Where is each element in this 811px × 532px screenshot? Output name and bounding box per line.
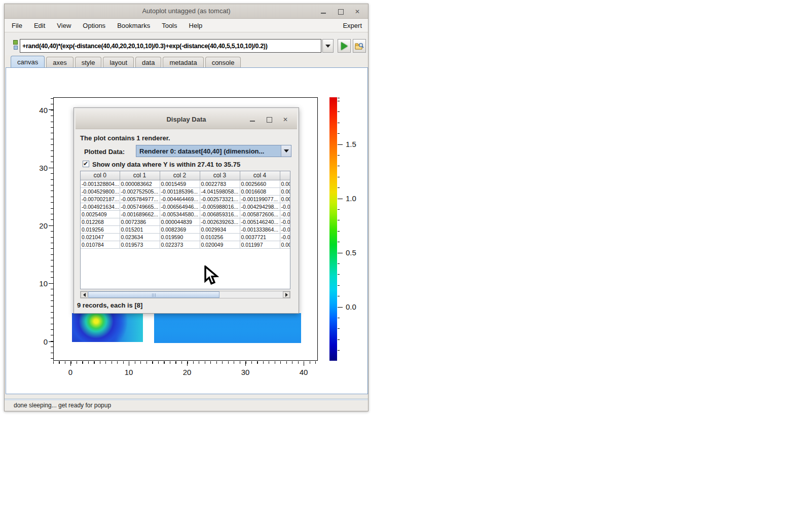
column-header[interactable]: col 0 xyxy=(81,171,120,180)
table-cell[interactable]: -4.041598058... xyxy=(200,187,240,195)
tab-layout[interactable]: layout xyxy=(103,57,134,67)
table-cell[interactable]: 0.0072386 xyxy=(120,218,160,225)
table-cell[interactable]: -0.001333864... xyxy=(240,225,280,233)
dialog-close-icon[interactable] xyxy=(283,117,289,123)
menu-tools[interactable]: Tools xyxy=(162,22,177,29)
tab-console[interactable]: console xyxy=(205,57,241,67)
menu-options[interactable]: Options xyxy=(83,22,105,29)
plot-go-button[interactable] xyxy=(338,39,351,53)
chevron-down-icon xyxy=(325,45,330,48)
menu-bookmarks[interactable]: Bookmarks xyxy=(117,22,150,29)
table-cell[interactable]: -0.001199077... xyxy=(240,195,280,203)
table-cell[interactable]: -0.004921634... xyxy=(81,203,120,210)
table-cell[interactable]: 0.010784 xyxy=(81,241,120,248)
table-cell[interactable]: -0.005988016... xyxy=(200,203,240,210)
dialog-maximize-icon[interactable] xyxy=(266,117,272,123)
table-cell[interactable]: 0.0015459 xyxy=(160,180,200,187)
menu-view[interactable]: View xyxy=(57,22,71,29)
plotted-data-combobox[interactable]: Renderer 0: dataset[40,40] (dimension... xyxy=(136,145,291,157)
column-header[interactable]: col 4 xyxy=(240,171,280,180)
x-axis-tick xyxy=(70,361,71,366)
table-cell[interactable]: -0.0 xyxy=(280,225,290,233)
data-table-viewport[interactable]: col 0 col 1 col 2 col 3 col 4 col 5 -0.0… xyxy=(80,171,290,289)
table-cell[interactable]: -0.005872606... xyxy=(240,210,280,218)
table-cell[interactable]: -0.0 xyxy=(280,218,290,225)
table-cell[interactable]: -0.0 xyxy=(280,203,290,210)
dialog-minimize-icon[interactable] xyxy=(249,117,255,123)
close-icon[interactable] xyxy=(355,9,361,15)
table-cell[interactable]: 0.012268 xyxy=(81,218,120,225)
table-cell[interactable]: 0.0037721 xyxy=(240,233,280,241)
menu-help[interactable]: Help xyxy=(189,22,203,29)
dialog-titlebar[interactable]: Display Data xyxy=(76,109,297,129)
column-header[interactable]: col 3 xyxy=(200,171,240,180)
tab-style[interactable]: style xyxy=(75,57,102,67)
table-cell[interactable]: 0.019256 xyxy=(81,225,120,233)
table-cell[interactable]: 0.015201 xyxy=(120,225,160,233)
inspect-uri-button[interactable] xyxy=(353,39,366,53)
table-cell[interactable]: -0.001185396... xyxy=(160,187,200,195)
minimize-icon[interactable] xyxy=(320,9,326,15)
table-cell[interactable]: 0.0082369 xyxy=(160,225,200,233)
table-cell[interactable]: -0.007002187... xyxy=(81,195,120,203)
table-cell[interactable]: -0.001328804... xyxy=(81,180,120,187)
table-cell[interactable]: -0.005784977... xyxy=(120,195,160,203)
table-cell[interactable]: 0.023634 xyxy=(120,233,160,241)
table-cell[interactable]: 0.020049 xyxy=(200,241,240,248)
table-cell[interactable]: -0.004529800... xyxy=(81,187,120,195)
column-header[interactable]: col 5 xyxy=(280,171,290,180)
table-cell[interactable]: -0.005146240... xyxy=(240,218,280,225)
table-cell[interactable]: 0.000083662 xyxy=(120,180,160,187)
table-cell[interactable]: -0.006564946... xyxy=(160,203,200,210)
table-cell[interactable]: 0.021047 xyxy=(81,233,120,241)
table-cell[interactable]: -0.0 xyxy=(280,233,290,241)
table-cell[interactable]: 0.010256 xyxy=(200,233,240,241)
uri-toolbar xyxy=(5,32,368,55)
expert-menu[interactable]: Expert xyxy=(343,22,362,29)
table-cell[interactable]: 0.0022783 xyxy=(200,180,240,187)
filter-checkbox[interactable] xyxy=(83,161,89,167)
table-cell[interactable]: 0.000044839 xyxy=(160,218,200,225)
tab-data[interactable]: data xyxy=(135,57,161,67)
table-cell[interactable]: 0.019573 xyxy=(120,241,160,248)
scroll-right-button[interactable] xyxy=(283,291,290,298)
table-cell[interactable]: -0.002752505... xyxy=(120,187,160,195)
table-cell[interactable]: 0.019590 xyxy=(160,233,200,241)
table-cell[interactable]: 0.0025409 xyxy=(81,210,120,218)
tab-canvas[interactable]: canvas xyxy=(11,56,45,67)
column-header[interactable]: col 2 xyxy=(160,171,200,180)
table-cell[interactable]: -0.002639263... xyxy=(200,218,240,225)
table-cell[interactable]: -0.005344580... xyxy=(160,210,200,218)
plot-canvas[interactable]: 40 30 20 10 0 0 10 20 30 40 1.5 1.0 0.5 … xyxy=(6,67,368,394)
table-cell[interactable]: 0.00 xyxy=(280,241,290,248)
table-cell[interactable]: -0.004464469... xyxy=(160,195,200,203)
menu-edit[interactable]: Edit xyxy=(34,22,45,29)
colorbar[interactable] xyxy=(329,97,337,361)
table-cell[interactable]: -0.001689662... xyxy=(120,210,160,218)
table-cell[interactable]: -0.004294298... xyxy=(240,203,280,210)
table-cell[interactable]: 0.0025660 xyxy=(240,180,280,187)
horizontal-scrollbar[interactable] xyxy=(80,291,290,298)
table-cell[interactable]: -0.0 xyxy=(280,210,290,218)
tab-axes[interactable]: axes xyxy=(46,57,73,67)
table-cell[interactable]: 0.00 xyxy=(280,195,290,203)
scroll-left-button[interactable] xyxy=(81,291,88,298)
table-cell[interactable]: 0.00 xyxy=(280,180,290,187)
table-cell[interactable]: -0.002573321... xyxy=(200,195,240,203)
table-cell[interactable]: 0.0016608 xyxy=(240,187,280,195)
scrollbar-thumb[interactable] xyxy=(88,291,219,298)
uri-input[interactable] xyxy=(20,39,321,53)
maximize-icon[interactable] xyxy=(338,9,344,15)
table-cell[interactable]: 0.011997 xyxy=(240,241,280,248)
combobox-arrow-button[interactable] xyxy=(281,145,291,157)
uri-dropdown-button[interactable] xyxy=(322,39,334,53)
x-tick-label: 20 xyxy=(177,368,197,376)
table-cell[interactable]: -0.006859316... xyxy=(200,210,240,218)
table-cell[interactable]: 0.0029934 xyxy=(200,225,240,233)
table-cell[interactable]: 0.022373 xyxy=(160,241,200,248)
column-header[interactable]: col 1 xyxy=(120,171,160,180)
tab-metadata[interactable]: metadata xyxy=(163,57,203,67)
table-cell[interactable]: -0.005749665... xyxy=(120,203,160,210)
table-cell[interactable]: 0.00 xyxy=(280,187,290,195)
menu-file[interactable]: File xyxy=(12,22,22,29)
